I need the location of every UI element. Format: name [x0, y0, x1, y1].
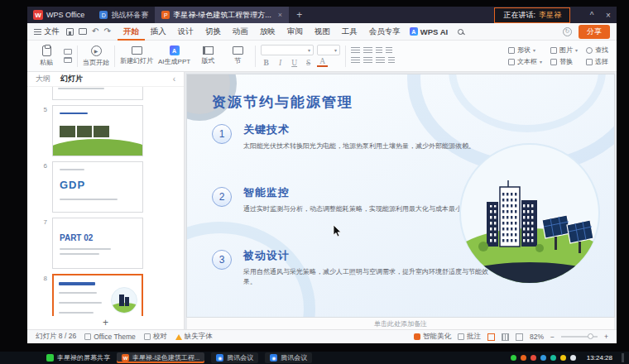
section-button[interactable]: 节: [225, 46, 250, 65]
beautify-button[interactable]: 智能美化: [414, 332, 451, 342]
italic-button[interactable]: I: [275, 59, 286, 67]
thumbnail-row[interactable]: 4: [39, 87, 175, 100]
redo-icon[interactable]: ↷: [103, 27, 110, 36]
new-slide-button[interactable]: 新建幻灯片: [120, 46, 153, 65]
search-icon[interactable]: [458, 29, 463, 35]
tab-close-icon[interactable]: ×: [278, 11, 282, 19]
doc-tab-challenge[interactable]: D 挑战杯备赛: [93, 7, 155, 23]
play-from-current-button[interactable]: ▶ 当页开始: [83, 46, 109, 67]
tab-review[interactable]: 审阅: [281, 23, 309, 41]
layout-button[interactable]: 版式: [195, 46, 220, 65]
replace-button[interactable]: 替换: [550, 57, 578, 66]
format-painter-icon[interactable]: [64, 57, 72, 63]
strikethrough-button[interactable]: S: [303, 59, 314, 67]
tray-icon[interactable]: [511, 355, 516, 361]
collapse-window-button[interactable]: ^: [583, 11, 600, 20]
print-icon[interactable]: [79, 28, 87, 35]
thumbnail-row[interactable]: 6 GDP: [39, 161, 175, 213]
ai-generate-button[interactable]: A AI生成PPT: [158, 46, 190, 66]
thumbnail-row[interactable]: 7 PART 02: [39, 218, 175, 269]
tray-icon[interactable]: [550, 355, 556, 361]
font-size-select[interactable]: ▾: [317, 45, 340, 55]
tab-tools[interactable]: 工具: [336, 23, 363, 41]
list-item[interactable]: 3 被动设计 采用自然通风与采光策略，减少人工照明与空调需求，提升室内环境舒适度…: [212, 248, 492, 311]
wps-ai-button[interactable]: A WPS AI: [410, 27, 448, 36]
file-menu-button[interactable]: 文件: [34, 26, 60, 37]
tab-member[interactable]: 会员专享: [363, 23, 406, 41]
tab-slides[interactable]: 幻灯片: [60, 74, 83, 84]
outdent-icon[interactable]: [386, 47, 392, 55]
underline-button[interactable]: U: [289, 59, 300, 67]
slide-thumbnail-6[interactable]: GDP: [52, 161, 143, 213]
align-left-icon[interactable]: [351, 57, 360, 65]
zoom-out-button[interactable]: −: [550, 333, 555, 341]
add-slide-button[interactable]: +: [27, 316, 184, 329]
list-item[interactable]: 2 智能监控 通过实时监测与分析，动态调整能耗策略，实现能源利用最大化与成本最小…: [212, 185, 492, 248]
tab-slideshow[interactable]: 放映: [254, 23, 281, 41]
zoom-slider-knob[interactable]: [588, 333, 593, 339]
thumbnail-art: [52, 139, 143, 156]
taskbar-app-meeting-2[interactable]: ◉ 腾讯会议: [265, 352, 312, 363]
align-right-icon[interactable]: [376, 57, 385, 65]
line-spacing-icon[interactable]: [388, 57, 395, 65]
tray-icon[interactable]: [560, 355, 566, 361]
undo-icon[interactable]: ↶: [92, 27, 98, 36]
slide-thumbnail-8[interactable]: [52, 274, 143, 316]
normal-view-button[interactable]: [487, 333, 495, 341]
font-color-button[interactable]: A: [317, 58, 328, 68]
zoom-slider[interactable]: [561, 336, 598, 338]
tray-icon[interactable]: [570, 355, 576, 361]
tab-transition[interactable]: 切换: [199, 23, 227, 41]
taskbar-app-meeting-1[interactable]: ◉ 腾讯会议: [211, 352, 258, 363]
save-icon[interactable]: [66, 28, 74, 36]
proofing-button[interactable]: 校对: [144, 332, 167, 342]
tab-home[interactable]: 开始: [118, 23, 145, 41]
slide-thumbnail-7[interactable]: PART 02: [52, 218, 143, 269]
tab-view[interactable]: 视图: [309, 23, 336, 41]
cut-icon[interactable]: [64, 49, 72, 55]
tray-icon[interactable]: [531, 355, 536, 361]
tab-animation[interactable]: 动画: [227, 23, 254, 41]
textbox-button[interactable]: 文本框 ▾: [508, 57, 542, 66]
font-family-select[interactable]: ▾: [261, 45, 314, 55]
paste-button[interactable]: 粘贴: [34, 46, 59, 67]
sync-icon[interactable]: ↻: [563, 27, 572, 36]
select-button[interactable]: 选择: [586, 57, 608, 66]
find-button[interactable]: 查找: [586, 46, 608, 55]
notes-placeholder[interactable]: 单击此处添加备注: [187, 317, 614, 329]
proofing-icon: [144, 333, 151, 340]
slide-thumbnail-5[interactable]: [52, 105, 143, 156]
zoom-in-button[interactable]: +: [604, 333, 608, 341]
doc-tab-current[interactable]: P 李星禄-绿色建筑工程管理方... ×: [155, 7, 289, 23]
missing-font-warning[interactable]: 缺失字体: [175, 332, 213, 342]
thumbnail-row[interactable]: 5: [39, 105, 175, 156]
tray-icon[interactable]: [521, 355, 526, 361]
list-item[interactable]: 1 关键技术 太阳能光伏技术转换阳光为电能，地源热泵利用土壤热量，减少外部能源依…: [212, 122, 492, 185]
taskbar-app-wps[interactable]: W 李星禄-绿色建筑工程...: [117, 352, 204, 363]
theme-indicator[interactable]: Office Theme: [84, 333, 136, 341]
show-desktop-button[interactable]: [622, 353, 624, 362]
close-window-button[interactable]: ×: [600, 11, 617, 20]
comments-button[interactable]: 批注: [458, 332, 481, 342]
tab-design[interactable]: 设计: [172, 23, 199, 41]
slide-title[interactable]: 资源节约与能源管理: [212, 93, 353, 112]
slide-thumbnail-4[interactable]: [52, 87, 143, 100]
new-tab-button[interactable]: +: [296, 9, 302, 21]
indent-icon[interactable]: [376, 47, 382, 55]
thumbnail-row-selected[interactable]: 8: [39, 274, 175, 316]
screen-share-indicator[interactable]: 李星禄的屏幕共享: [46, 353, 110, 362]
collapse-panel-icon[interactable]: ‹: [173, 74, 175, 84]
bullet-list-icon[interactable]: [351, 47, 360, 55]
tray-icon[interactable]: [540, 355, 546, 361]
picture-button[interactable]: 图片 ▾: [550, 46, 578, 55]
shapes-button[interactable]: 形状 ▾: [508, 46, 542, 55]
bold-button[interactable]: B: [261, 59, 271, 67]
tab-insert[interactable]: 插入: [145, 23, 172, 41]
reading-view-button[interactable]: [516, 333, 523, 341]
slide-sorter-view-button[interactable]: [502, 333, 509, 341]
align-center-icon[interactable]: [363, 57, 372, 65]
numbered-list-icon[interactable]: [363, 47, 372, 55]
slide-canvas[interactable]: 资源节约与能源管理 1 关键技术 太阳能光伏技术转换阳光为电能，地源热泵利用土壤…: [187, 74, 614, 317]
tab-outline[interactable]: 大纲: [36, 74, 50, 84]
share-button[interactable]: 分享: [579, 25, 610, 39]
